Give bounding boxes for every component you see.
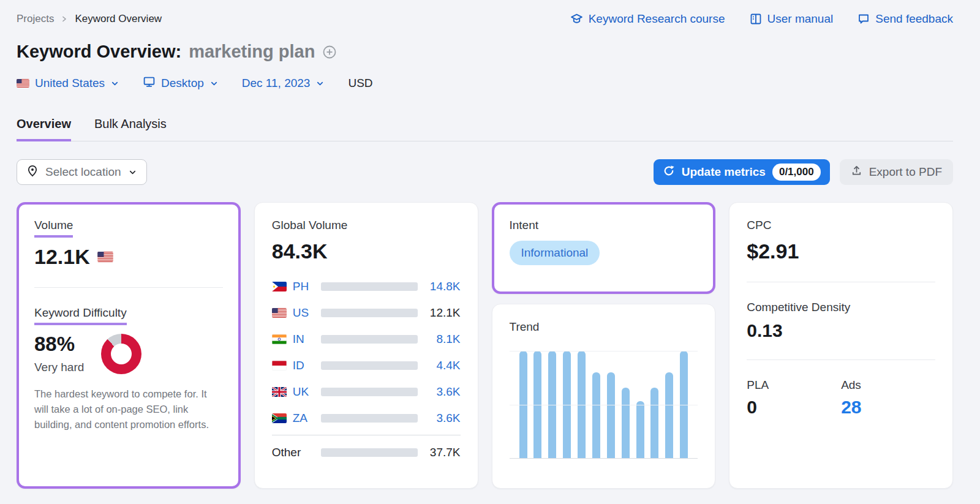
global-volume-card: Global Volume 84.3K PH 14.8K US <box>254 202 478 489</box>
trend-bar <box>622 388 630 459</box>
za-flag-icon <box>272 413 287 423</box>
pla-ads-row: PLA 0 Ads 28 <box>747 378 935 418</box>
breadcrumb: Projects Keyword Overview <box>17 13 162 25</box>
chevron-down-icon <box>128 168 137 177</box>
other-countries-label: Other <box>272 446 315 459</box>
country-volume-track <box>321 309 418 317</box>
device-filter-dropdown[interactable]: Desktop <box>143 75 219 91</box>
country-volume-row: ZA 3.6K <box>272 405 461 431</box>
add-keyword-plus-icon[interactable] <box>322 45 337 59</box>
cpc-card: CPC $2.91 Competitive Density 0.13 PLA 0… <box>729 202 953 489</box>
toolbar: Select location Update metrics 0/1,000 E… <box>17 159 953 185</box>
keyword-difficulty-level: Very hard <box>34 361 84 374</box>
update-metrics-label: Update metrics <box>682 165 766 179</box>
country-code-link[interactable]: ZA <box>293 412 315 425</box>
uk-flag-icon <box>272 387 287 397</box>
country-code-link[interactable]: IN <box>293 333 315 346</box>
chevron-down-icon <box>209 79 219 88</box>
trend-bar <box>680 351 688 458</box>
desktop-monitor-icon <box>143 75 156 91</box>
trend-bar <box>607 372 615 458</box>
user-manual-link[interactable]: User manual <box>750 12 834 26</box>
keyword-difficulty-description: The hardest keyword to compete for. It w… <box>34 386 223 432</box>
export-to-pdf-button[interactable]: Export to PDF <box>840 159 953 185</box>
refresh-icon <box>663 165 675 180</box>
trend-bar <box>650 388 658 459</box>
export-to-pdf-label: Export to PDF <box>869 165 942 179</box>
volume-card: Volume 12.1K Keyword Difficulty 88% Very… <box>17 202 241 489</box>
trend-bar <box>592 372 600 458</box>
us-flag-icon <box>272 308 287 318</box>
toolbar-right: Update metrics 0/1,000 Export to PDF <box>654 159 953 185</box>
country-volume-track <box>321 335 418 344</box>
graduation-cap-icon <box>570 13 583 26</box>
trend-bar <box>533 351 541 458</box>
divider <box>747 359 935 360</box>
country-volume-value[interactable]: 4.4K <box>424 359 461 372</box>
country-volume-track <box>321 448 418 457</box>
date-filter-dropdown[interactable]: Dec 11, 2023 <box>242 77 325 90</box>
location-pin-icon <box>26 165 39 180</box>
trend-bar <box>578 351 586 458</box>
country-code-link[interactable]: US <box>293 306 315 320</box>
us-flag-icon <box>17 79 29 88</box>
ads-value[interactable]: 28 <box>841 397 935 418</box>
country-volume-row: US 12.1K <box>272 299 461 326</box>
breadcrumb-projects-link[interactable]: Projects <box>17 13 54 25</box>
country-volume-row: IN 8.1K <box>272 326 461 352</box>
country-volume-value[interactable]: 3.6K <box>424 385 461 399</box>
tab-overview[interactable]: Overview <box>17 117 71 141</box>
intent-badge: Informational <box>510 241 600 265</box>
country-volume-value: 12.1K <box>424 306 461 320</box>
chevron-down-icon <box>315 79 325 88</box>
header-link-label: Send feedback <box>875 12 953 26</box>
keyword-difficulty-value: 88% <box>34 333 84 356</box>
country-code-link[interactable]: PH <box>293 280 315 293</box>
country-volume-track <box>321 361 418 370</box>
date-filter-value: Dec 11, 2023 <box>242 77 311 90</box>
ads-label: Ads <box>841 378 935 392</box>
global-volume-label: Global Volume <box>272 219 461 232</box>
country-volume-track <box>321 388 418 396</box>
country-volume-row: PH 14.8K <box>272 273 461 299</box>
divider <box>272 435 461 435</box>
tabs-bar: Overview Bulk Analysis <box>17 117 953 141</box>
update-metrics-count-badge: 0/1,000 <box>772 164 821 181</box>
keyword-difficulty-label: Keyword Difficulty <box>34 306 127 325</box>
divider <box>747 282 935 282</box>
country-volume-value[interactable]: 14.8K <box>424 280 461 293</box>
country-volume-value[interactable]: 8.1K <box>424 333 461 346</box>
keyword-overview-page: Projects Keyword Overview Keyword Resear… <box>0 0 980 489</box>
intent-trend-column: Intent Informational Trend <box>492 202 716 489</box>
country-code-link[interactable]: UK <box>293 385 315 399</box>
kd-donut <box>101 334 141 374</box>
country-volume-value[interactable]: 3.6K <box>424 412 461 425</box>
header-links: Keyword Research course User manual Send… <box>570 12 953 26</box>
filters-row: United States Desktop Dec 11, 2023 USD <box>17 75 953 91</box>
country-volume-list: PH 14.8K US 12.1K IN <box>272 273 461 465</box>
location-filter-dropdown[interactable]: United States <box>17 77 119 90</box>
update-metrics-button[interactable]: Update metrics 0/1,000 <box>654 159 830 185</box>
tab-bulk-analysis[interactable]: Bulk Analysis <box>94 117 167 141</box>
trend-label: Trend <box>510 320 698 334</box>
us-flag-icon <box>97 252 113 262</box>
page-title: Keyword Overview: <box>17 42 181 62</box>
country-code-link[interactable]: ID <box>293 359 315 372</box>
send-feedback-link[interactable]: Send feedback <box>858 12 953 26</box>
trend-bar <box>563 351 571 458</box>
keyword-research-course-link[interactable]: Keyword Research course <box>570 12 725 26</box>
volume-label: Volume <box>34 219 73 238</box>
competitive-density-value: 0.13 <box>747 320 935 341</box>
trend-chart <box>510 351 698 459</box>
pla-value: 0 <box>747 397 841 418</box>
country-volume-row: ID 4.4K <box>272 352 461 378</box>
cpc-value: $2.91 <box>747 239 935 263</box>
intent-label: Intent <box>510 219 698 232</box>
ph-flag-icon <box>272 282 287 291</box>
feedback-bubble-icon <box>858 13 870 25</box>
id-flag-icon <box>272 361 287 370</box>
in-flag-icon <box>272 334 287 344</box>
select-location-dropdown[interactable]: Select location <box>17 159 147 185</box>
divider <box>34 287 223 288</box>
chevron-right-icon <box>60 15 69 23</box>
